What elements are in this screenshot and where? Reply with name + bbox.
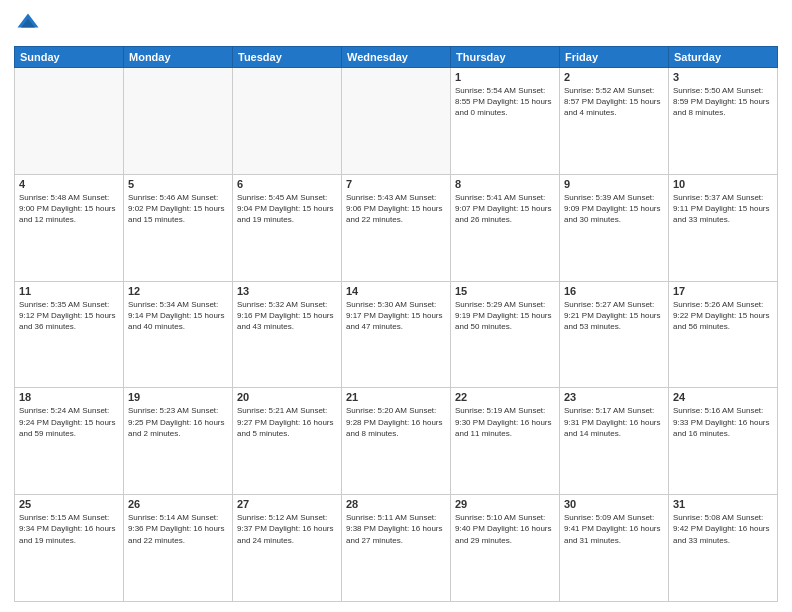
- day-info: Sunrise: 5:08 AM Sunset: 9:42 PM Dayligh…: [673, 512, 773, 546]
- day-info: Sunrise: 5:45 AM Sunset: 9:04 PM Dayligh…: [237, 192, 337, 226]
- day-info: Sunrise: 5:37 AM Sunset: 9:11 PM Dayligh…: [673, 192, 773, 226]
- calendar-cell: 27Sunrise: 5:12 AM Sunset: 9:37 PM Dayli…: [233, 495, 342, 602]
- day-info: Sunrise: 5:48 AM Sunset: 9:00 PM Dayligh…: [19, 192, 119, 226]
- day-info: Sunrise: 5:11 AM Sunset: 9:38 PM Dayligh…: [346, 512, 446, 546]
- day-number: 17: [673, 285, 773, 297]
- header: [14, 10, 778, 38]
- day-number: 6: [237, 178, 337, 190]
- day-info: Sunrise: 5:26 AM Sunset: 9:22 PM Dayligh…: [673, 299, 773, 333]
- day-info: Sunrise: 5:35 AM Sunset: 9:12 PM Dayligh…: [19, 299, 119, 333]
- calendar-cell: 25Sunrise: 5:15 AM Sunset: 9:34 PM Dayli…: [15, 495, 124, 602]
- calendar-cell: 20Sunrise: 5:21 AM Sunset: 9:27 PM Dayli…: [233, 388, 342, 495]
- day-number: 29: [455, 498, 555, 510]
- week-row-3: 18Sunrise: 5:24 AM Sunset: 9:24 PM Dayli…: [15, 388, 778, 495]
- col-sunday: Sunday: [15, 47, 124, 68]
- week-row-2: 11Sunrise: 5:35 AM Sunset: 9:12 PM Dayli…: [15, 281, 778, 388]
- header-row: Sunday Monday Tuesday Wednesday Thursday…: [15, 47, 778, 68]
- day-number: 14: [346, 285, 446, 297]
- day-number: 10: [673, 178, 773, 190]
- day-number: 9: [564, 178, 664, 190]
- col-saturday: Saturday: [669, 47, 778, 68]
- day-number: 22: [455, 391, 555, 403]
- calendar-cell: 15Sunrise: 5:29 AM Sunset: 9:19 PM Dayli…: [451, 281, 560, 388]
- calendar-cell: 7Sunrise: 5:43 AM Sunset: 9:06 PM Daylig…: [342, 174, 451, 281]
- day-number: 28: [346, 498, 446, 510]
- day-number: 23: [564, 391, 664, 403]
- calendar-cell: [342, 68, 451, 175]
- calendar-cell: 10Sunrise: 5:37 AM Sunset: 9:11 PM Dayli…: [669, 174, 778, 281]
- calendar-cell: 30Sunrise: 5:09 AM Sunset: 9:41 PM Dayli…: [560, 495, 669, 602]
- calendar-cell: 29Sunrise: 5:10 AM Sunset: 9:40 PM Dayli…: [451, 495, 560, 602]
- day-number: 24: [673, 391, 773, 403]
- calendar-cell: 1Sunrise: 5:54 AM Sunset: 8:55 PM Daylig…: [451, 68, 560, 175]
- day-number: 19: [128, 391, 228, 403]
- calendar-cell: 5Sunrise: 5:46 AM Sunset: 9:02 PM Daylig…: [124, 174, 233, 281]
- calendar-cell: 3Sunrise: 5:50 AM Sunset: 8:59 PM Daylig…: [669, 68, 778, 175]
- week-row-4: 25Sunrise: 5:15 AM Sunset: 9:34 PM Dayli…: [15, 495, 778, 602]
- col-tuesday: Tuesday: [233, 47, 342, 68]
- calendar-cell: [233, 68, 342, 175]
- calendar-cell: 26Sunrise: 5:14 AM Sunset: 9:36 PM Dayli…: [124, 495, 233, 602]
- calendar-cell: 23Sunrise: 5:17 AM Sunset: 9:31 PM Dayli…: [560, 388, 669, 495]
- day-info: Sunrise: 5:29 AM Sunset: 9:19 PM Dayligh…: [455, 299, 555, 333]
- day-number: 26: [128, 498, 228, 510]
- calendar-cell: 12Sunrise: 5:34 AM Sunset: 9:14 PM Dayli…: [124, 281, 233, 388]
- calendar-cell: [124, 68, 233, 175]
- col-monday: Monday: [124, 47, 233, 68]
- calendar-cell: 2Sunrise: 5:52 AM Sunset: 8:57 PM Daylig…: [560, 68, 669, 175]
- calendar-cell: 14Sunrise: 5:30 AM Sunset: 9:17 PM Dayli…: [342, 281, 451, 388]
- day-number: 13: [237, 285, 337, 297]
- day-info: Sunrise: 5:54 AM Sunset: 8:55 PM Dayligh…: [455, 85, 555, 119]
- day-number: 5: [128, 178, 228, 190]
- day-info: Sunrise: 5:16 AM Sunset: 9:33 PM Dayligh…: [673, 405, 773, 439]
- calendar-cell: 31Sunrise: 5:08 AM Sunset: 9:42 PM Dayli…: [669, 495, 778, 602]
- day-info: Sunrise: 5:21 AM Sunset: 9:27 PM Dayligh…: [237, 405, 337, 439]
- day-number: 25: [19, 498, 119, 510]
- calendar-cell: 6Sunrise: 5:45 AM Sunset: 9:04 PM Daylig…: [233, 174, 342, 281]
- day-number: 3: [673, 71, 773, 83]
- logo-icon: [14, 10, 42, 38]
- day-info: Sunrise: 5:30 AM Sunset: 9:17 PM Dayligh…: [346, 299, 446, 333]
- day-number: 8: [455, 178, 555, 190]
- calendar-cell: 13Sunrise: 5:32 AM Sunset: 9:16 PM Dayli…: [233, 281, 342, 388]
- day-info: Sunrise: 5:24 AM Sunset: 9:24 PM Dayligh…: [19, 405, 119, 439]
- day-info: Sunrise: 5:32 AM Sunset: 9:16 PM Dayligh…: [237, 299, 337, 333]
- day-info: Sunrise: 5:41 AM Sunset: 9:07 PM Dayligh…: [455, 192, 555, 226]
- calendar-cell: 28Sunrise: 5:11 AM Sunset: 9:38 PM Dayli…: [342, 495, 451, 602]
- day-number: 21: [346, 391, 446, 403]
- day-info: Sunrise: 5:23 AM Sunset: 9:25 PM Dayligh…: [128, 405, 228, 439]
- day-number: 27: [237, 498, 337, 510]
- day-number: 16: [564, 285, 664, 297]
- day-number: 2: [564, 71, 664, 83]
- day-info: Sunrise: 5:17 AM Sunset: 9:31 PM Dayligh…: [564, 405, 664, 439]
- day-info: Sunrise: 5:52 AM Sunset: 8:57 PM Dayligh…: [564, 85, 664, 119]
- calendar-cell: 11Sunrise: 5:35 AM Sunset: 9:12 PM Dayli…: [15, 281, 124, 388]
- day-number: 7: [346, 178, 446, 190]
- day-info: Sunrise: 5:27 AM Sunset: 9:21 PM Dayligh…: [564, 299, 664, 333]
- day-info: Sunrise: 5:50 AM Sunset: 8:59 PM Dayligh…: [673, 85, 773, 119]
- day-number: 30: [564, 498, 664, 510]
- page: Sunday Monday Tuesday Wednesday Thursday…: [0, 0, 792, 612]
- day-number: 12: [128, 285, 228, 297]
- col-friday: Friday: [560, 47, 669, 68]
- week-row-1: 4Sunrise: 5:48 AM Sunset: 9:00 PM Daylig…: [15, 174, 778, 281]
- day-number: 20: [237, 391, 337, 403]
- calendar-cell: 9Sunrise: 5:39 AM Sunset: 9:09 PM Daylig…: [560, 174, 669, 281]
- day-info: Sunrise: 5:14 AM Sunset: 9:36 PM Dayligh…: [128, 512, 228, 546]
- day-info: Sunrise: 5:39 AM Sunset: 9:09 PM Dayligh…: [564, 192, 664, 226]
- day-info: Sunrise: 5:20 AM Sunset: 9:28 PM Dayligh…: [346, 405, 446, 439]
- calendar-cell: 19Sunrise: 5:23 AM Sunset: 9:25 PM Dayli…: [124, 388, 233, 495]
- calendar-cell: 4Sunrise: 5:48 AM Sunset: 9:00 PM Daylig…: [15, 174, 124, 281]
- calendar-cell: 22Sunrise: 5:19 AM Sunset: 9:30 PM Dayli…: [451, 388, 560, 495]
- col-thursday: Thursday: [451, 47, 560, 68]
- day-number: 1: [455, 71, 555, 83]
- calendar-cell: 24Sunrise: 5:16 AM Sunset: 9:33 PM Dayli…: [669, 388, 778, 495]
- day-number: 4: [19, 178, 119, 190]
- day-number: 15: [455, 285, 555, 297]
- day-info: Sunrise: 5:09 AM Sunset: 9:41 PM Dayligh…: [564, 512, 664, 546]
- day-info: Sunrise: 5:46 AM Sunset: 9:02 PM Dayligh…: [128, 192, 228, 226]
- day-info: Sunrise: 5:34 AM Sunset: 9:14 PM Dayligh…: [128, 299, 228, 333]
- week-row-0: 1Sunrise: 5:54 AM Sunset: 8:55 PM Daylig…: [15, 68, 778, 175]
- day-info: Sunrise: 5:43 AM Sunset: 9:06 PM Dayligh…: [346, 192, 446, 226]
- day-number: 18: [19, 391, 119, 403]
